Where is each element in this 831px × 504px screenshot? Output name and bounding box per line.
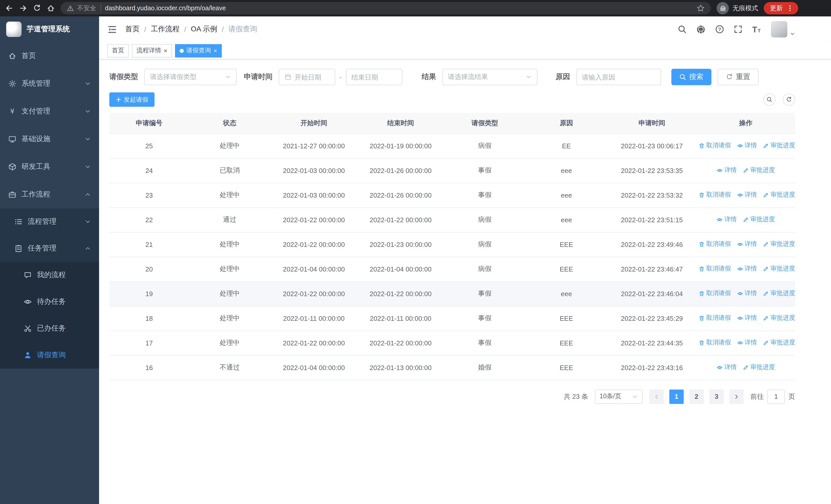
detail-link[interactable]: 详情 xyxy=(737,265,757,273)
cancel-leave-link[interactable]: 取消请假 xyxy=(698,289,731,298)
detail-link[interactable]: 详情 xyxy=(717,166,737,175)
cell-leave-type: 病假 xyxy=(444,134,525,158)
detail-link[interactable]: 详情 xyxy=(737,191,757,199)
sidebar-item-done-tasks[interactable]: 已办任务 xyxy=(0,315,99,342)
tab-close-icon[interactable]: × xyxy=(164,48,167,54)
browser-reload-icon[interactable] xyxy=(33,4,41,12)
sidebar-item-todo-tasks[interactable]: 待办任务 xyxy=(0,289,99,315)
approval-progress-link[interactable]: 审批进度 xyxy=(743,363,775,372)
approval-progress-link[interactable]: 审批进度 xyxy=(763,289,795,298)
chevron-down-icon xyxy=(225,74,231,80)
detail-link[interactable]: 详情 xyxy=(737,240,757,249)
cancel-leave-link[interactable]: 取消请假 xyxy=(698,338,731,347)
refresh-table-button[interactable] xyxy=(783,93,795,106)
sidebar-item-home[interactable]: 首页 xyxy=(0,42,99,70)
sidebar-item-payment[interactable]: 支付管理 xyxy=(0,97,99,125)
next-page-button[interactable] xyxy=(729,389,744,404)
end-date-input[interactable] xyxy=(346,69,402,85)
sidebar-item-task-management[interactable]: 任务管理 xyxy=(0,235,99,262)
detail-link[interactable]: 详情 xyxy=(737,338,757,347)
user-icon xyxy=(24,351,32,359)
sidebar-item-infrastructure[interactable]: 基础设施 xyxy=(0,125,99,153)
approval-progress-link[interactable]: 审批进度 xyxy=(763,141,795,150)
sidebar-item-system[interactable]: 系统管理 xyxy=(0,70,99,97)
page-button-1[interactable]: 1 xyxy=(669,389,684,404)
sidebar-item-workflow[interactable]: 工作流程 xyxy=(0,181,99,208)
approval-progress-link[interactable]: 审批进度 xyxy=(763,338,795,347)
cancel-leave-link[interactable]: 取消请假 xyxy=(698,240,731,249)
approval-progress-link[interactable]: 审批进度 xyxy=(763,314,795,323)
breadcrumb-home[interactable]: 首页 xyxy=(125,25,140,34)
cell-apply-time: 2022-01-22 23:49:46 xyxy=(607,232,696,257)
breadcrumb-leave-query: 请假查询 xyxy=(228,25,257,34)
trash-icon xyxy=(698,266,705,272)
search-icon[interactable] xyxy=(678,25,687,34)
cell-operations: 取消请假 详情 审批进度 xyxy=(696,134,795,158)
fullscreen-icon[interactable] xyxy=(734,25,743,34)
reset-button[interactable]: 重置 xyxy=(717,69,758,85)
question-icon[interactable] xyxy=(715,25,724,34)
browser-home-icon[interactable] xyxy=(47,4,55,12)
trash-icon xyxy=(698,143,705,149)
cell-apply-id: 20 xyxy=(109,257,189,281)
security-chip[interactable]: 不安全 xyxy=(67,4,96,12)
start-date-input[interactable] xyxy=(279,69,335,85)
cancel-leave-link[interactable]: 取消请假 xyxy=(698,191,731,199)
sidebar-item-leave-query[interactable]: 请假查询 xyxy=(0,342,99,368)
user-avatar-menu[interactable] xyxy=(771,21,795,37)
approval-progress-link[interactable]: 审批进度 xyxy=(743,215,775,224)
cell-reason: EEE xyxy=(525,355,607,380)
cancel-leave-link[interactable]: 取消请假 xyxy=(698,314,731,323)
cancel-leave-link[interactable]: 取消请假 xyxy=(698,141,731,150)
tab-leave-query[interactable]: 请假查询 × xyxy=(175,44,222,57)
reason-label: 原因 xyxy=(555,72,570,82)
leave-type-select[interactable]: 请选择请假类型 xyxy=(144,69,237,85)
page-size-select[interactable]: 10条/页 xyxy=(595,389,642,404)
detail-link[interactable]: 详情 xyxy=(717,363,737,372)
create-leave-button[interactable]: 发起请假 xyxy=(109,92,154,107)
bookmark-star-icon[interactable] xyxy=(696,4,705,12)
end-date-field[interactable] xyxy=(351,73,397,81)
detail-link[interactable]: 详情 xyxy=(737,314,757,323)
detail-link[interactable]: 详情 xyxy=(717,215,737,224)
search-button[interactable]: 搜索 xyxy=(671,69,711,85)
browser-update-button[interactable]: 更新 xyxy=(764,2,798,14)
tab-process-detail[interactable]: 流程详情 × xyxy=(132,44,172,57)
goto-page-input[interactable] xyxy=(767,389,785,404)
sidebar-item-devtools[interactable]: 研发工具 xyxy=(0,153,99,181)
browser-menu-kebab-icon[interactable] xyxy=(786,5,794,12)
breadcrumb-oa-example[interactable]: OA 示例 xyxy=(191,25,218,34)
approval-progress-link[interactable]: 审批进度 xyxy=(743,166,775,175)
github-icon[interactable] xyxy=(696,24,706,34)
app-logo[interactable]: 芋道管理系统 xyxy=(0,17,99,42)
tab-home[interactable]: 首页 xyxy=(107,44,129,57)
browser-chrome: 不安全 dashboard.yudao.iocoder.cn/bpm/oa/le… xyxy=(0,0,831,17)
font-size-icon[interactable] xyxy=(752,24,762,34)
approval-progress-link[interactable]: 审批进度 xyxy=(763,240,795,249)
reason-input[interactable] xyxy=(576,69,661,85)
sidebar-collapse-icon[interactable] xyxy=(107,24,117,34)
page-button-2[interactable]: 2 xyxy=(689,389,704,404)
detail-link[interactable]: 详情 xyxy=(737,141,757,150)
sidebar-item-my-process[interactable]: 我的流程 xyxy=(0,262,99,289)
sidebar-item-process-management[interactable]: 流程管理 xyxy=(0,208,99,235)
breadcrumb-workflow[interactable]: 工作流程 xyxy=(151,25,180,34)
breadcrumb: 首页 / 工作流程 / OA 示例 / 请假查询 xyxy=(125,25,257,34)
start-date-field[interactable] xyxy=(295,73,329,81)
result-select[interactable]: 请选择流结果 xyxy=(442,69,537,85)
browser-back-icon[interactable] xyxy=(5,4,13,12)
leave-table-wrap: 申请编号 状态 开始时间 结束时间 请假类型 原因 申请时间 操作 2 xyxy=(109,113,795,380)
cancel-leave-link[interactable]: 取消请假 xyxy=(698,265,731,273)
approval-progress-link[interactable]: 审批进度 xyxy=(763,265,795,273)
browser-forward-icon[interactable] xyxy=(19,4,27,12)
table-row: 16 不通过 2022-01-04 00:00:00 2022-01-13 00… xyxy=(109,355,795,380)
tab-close-icon[interactable]: × xyxy=(213,48,217,54)
approval-progress-link[interactable]: 审批进度 xyxy=(763,191,795,199)
reason-field[interactable] xyxy=(582,73,655,81)
prev-page-button[interactable] xyxy=(649,389,664,404)
toggle-search-button[interactable] xyxy=(763,93,776,106)
page-button-3[interactable]: 3 xyxy=(709,389,724,404)
address-bar[interactable]: 不安全 dashboard.yudao.iocoder.cn/bpm/oa/le… xyxy=(61,2,711,14)
detail-link[interactable]: 详情 xyxy=(737,289,757,298)
cell-status: 处理中 xyxy=(189,306,270,330)
